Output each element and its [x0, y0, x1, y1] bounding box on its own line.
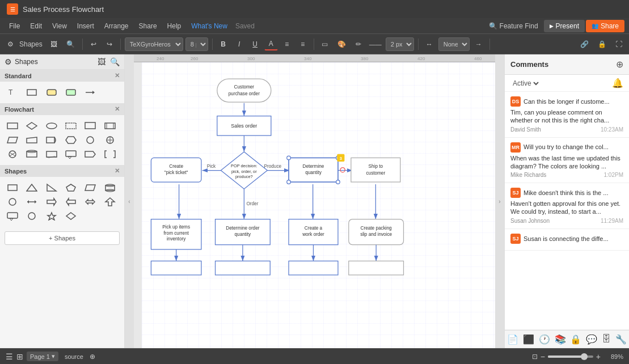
es-circle2[interactable] [24, 210, 40, 222]
page-indicator[interactable]: Page 1 ▾ [27, 352, 58, 361]
font-color-button[interactable]: A [264, 37, 278, 50]
page-icon[interactable]: 📄 [507, 334, 518, 345]
extras-icon[interactable]: ⊕ [90, 353, 95, 361]
panel-search-icon[interactable]: 🔍 [110, 57, 120, 66]
align-center-button[interactable]: ≡ [296, 38, 310, 50]
fill-color-button[interactable]: 🎨 [334, 38, 349, 50]
menu-help[interactable]: Help [163, 20, 186, 32]
menu-insert[interactable]: Insert [73, 20, 99, 32]
fc-loop[interactable] [63, 134, 79, 146]
lock-button[interactable]: 🔒 [594, 38, 610, 50]
section-shapes-extra[interactable]: Shapes ✕ [0, 165, 124, 177]
left-panel-collapse[interactable]: ‹ [125, 54, 134, 348]
es-diamond[interactable] [63, 210, 79, 222]
panel-image-icon[interactable]: 🖼 [98, 57, 105, 66]
fc-wavy[interactable] [44, 148, 60, 160]
fc-cross[interactable] [102, 134, 118, 146]
stack-icon[interactable]: 📚 [555, 334, 566, 345]
underline-button[interactable]: U [248, 38, 262, 50]
grid-view-icon[interactable]: ⊞ [16, 352, 23, 361]
image-insert-button[interactable]: 🖼 [47, 38, 61, 50]
fc-decision[interactable] [24, 120, 40, 132]
menu-whats-new[interactable]: What's New [187, 20, 232, 32]
font-family-select[interactable]: TeXGyroHeros [125, 37, 183, 51]
clock-icon[interactable]: 🕐 [539, 334, 550, 345]
connection-style-select[interactable]: None [438, 37, 470, 51]
menu-share[interactable]: Share [134, 20, 162, 32]
es-up-arrow[interactable] [102, 196, 118, 208]
stroke-color-button[interactable]: ✏ [352, 38, 365, 50]
fc-sub[interactable] [102, 120, 118, 132]
italic-button[interactable]: I [233, 38, 246, 50]
fc-callout[interactable] [63, 148, 79, 160]
shape-rectangle[interactable] [24, 86, 40, 99]
arrow-style-button[interactable]: → [472, 38, 486, 50]
es-rect[interactable] [5, 181, 20, 194]
zoom-in-button[interactable]: + [596, 352, 601, 361]
fc-delay[interactable] [44, 134, 60, 146]
fit-page-icon[interactable]: ⊡ [532, 353, 538, 361]
shape-rounded-rect[interactable] [44, 86, 60, 99]
search-button[interactable]: 🔍 [63, 38, 78, 50]
feature-find[interactable]: 🔍 Feature Find [489, 22, 538, 30]
es-triangle[interactable] [24, 181, 40, 194]
font-size-select[interactable]: 8 pt [185, 37, 208, 51]
bold-button[interactable]: B [217, 38, 230, 50]
fc-data[interactable] [5, 134, 20, 146]
fc-process[interactable] [5, 120, 20, 132]
redo-button[interactable]: ↪ [103, 38, 116, 50]
present-button[interactable]: Present [544, 20, 585, 32]
comment-item[interactable]: DS Can this be longer if custome... Tim,… [505, 92, 629, 138]
shape-outline-button[interactable]: ▭ [318, 38, 332, 50]
es-callout-rect[interactable] [5, 210, 20, 222]
canvas-content[interactable]: Pick Produce Order Customer purchase ord… [142, 62, 495, 348]
tool-icon[interactable]: 🔧 [615, 334, 627, 345]
source-button[interactable]: source [62, 352, 86, 361]
menu-edit[interactable]: Edit [26, 20, 47, 32]
es-circle[interactable] [5, 196, 20, 208]
canvas-area[interactable]: 240 260 300 340 380 420 460 500 [134, 54, 495, 348]
close-shapes-icon[interactable]: ✕ [115, 167, 120, 175]
fc-document[interactable] [82, 120, 98, 132]
menu-arrange[interactable]: Arrange [100, 20, 133, 32]
undo-button[interactable]: ↩ [87, 38, 100, 50]
add-comment-icon[interactable]: ⊕ [616, 59, 623, 70]
list-view-icon[interactable]: ☰ [6, 352, 13, 361]
es-right-arrow[interactable] [44, 196, 60, 208]
menu-view[interactable]: View [48, 20, 71, 32]
fc-cancel[interactable] [5, 148, 20, 160]
es-left-arrow[interactable] [63, 196, 79, 208]
section-flowchart[interactable]: Flowchart ✕ [0, 103, 124, 115]
es-parallelogram[interactable] [82, 181, 98, 194]
fc-bracket[interactable] [102, 148, 118, 160]
share-button[interactable]: Share [586, 20, 624, 32]
es-pentagon[interactable] [63, 181, 79, 194]
chat-icon[interactable]: 💬 [586, 334, 597, 345]
add-shapes-button[interactable]: + Shapes [5, 231, 120, 245]
lock-panel-icon[interactable]: 🔒 [570, 334, 581, 345]
fc-manual[interactable] [24, 134, 40, 146]
fc-io[interactable] [63, 120, 79, 132]
right-panel-collapse[interactable]: › [495, 54, 504, 348]
fc-drum[interactable] [24, 148, 40, 160]
fc-circle[interactable] [82, 134, 98, 146]
shape-ellipse[interactable] [63, 86, 79, 99]
shape-text[interactable]: T [5, 86, 20, 99]
comment-item[interactable]: MR Will you try to change the col... Whe… [505, 138, 629, 184]
stroke-width-select[interactable]: 2 px [386, 37, 414, 51]
notification-bell-icon[interactable]: 🔔 [612, 78, 623, 88]
shape-arrow[interactable] [82, 86, 98, 99]
fc-step[interactable] [82, 148, 98, 160]
layers-icon[interactable]: ⬛ [523, 334, 534, 345]
database-icon[interactable]: 🗄 [602, 334, 611, 345]
align-left-button[interactable]: ≡ [280, 38, 294, 50]
menu-file[interactable]: File [5, 20, 24, 32]
zoom-out-button[interactable]: − [541, 352, 545, 361]
link-button[interactable]: 🔗 [577, 38, 592, 50]
comment-item[interactable]: SJ Susan is connecting the diffe... [505, 229, 629, 251]
gear-settings-button[interactable]: ⚙ [3, 38, 17, 50]
waypoint-button[interactable]: ↔ [423, 38, 436, 50]
es-cylinder[interactable] [102, 181, 118, 194]
zoom-slider[interactable] [548, 355, 593, 358]
fc-terminal[interactable] [44, 120, 60, 132]
